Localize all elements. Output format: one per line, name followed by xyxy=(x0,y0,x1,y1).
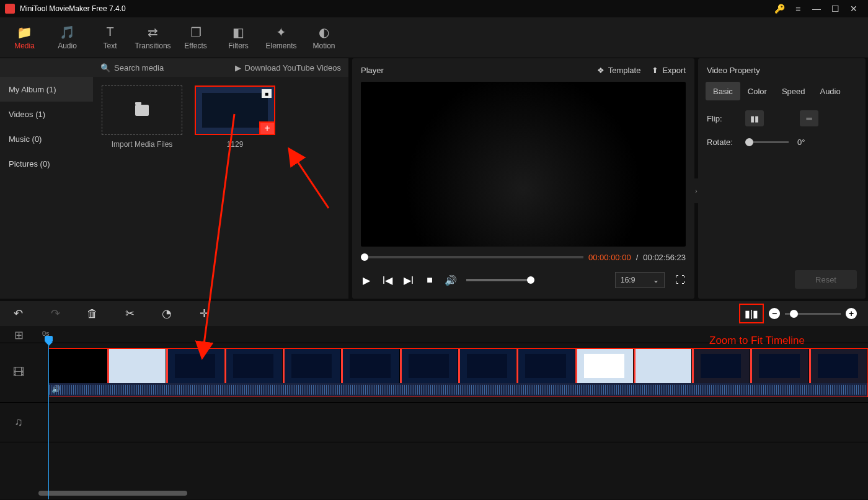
tab-transitions[interactable]: ⇄Transitions xyxy=(132,25,174,50)
import-media-button[interactable] xyxy=(102,86,182,135)
media-clip-thumbnail[interactable]: ■ + xyxy=(195,86,275,135)
maximize-button[interactable]: ☐ xyxy=(826,0,844,17)
sidebar-item-pictures[interactable]: Pictures (0) xyxy=(0,151,93,176)
speed-button[interactable]: ◔ xyxy=(160,307,174,320)
video-track[interactable]: 🎞 🔊 xyxy=(0,343,868,403)
tab-label: Motion xyxy=(312,42,335,50)
app-logo xyxy=(5,4,15,14)
zoom-slider[interactable] xyxy=(785,313,841,315)
add-track-icon[interactable]: ⊞ xyxy=(0,328,37,342)
zoom-out-button[interactable]: − xyxy=(769,308,780,319)
search-icon: 🔍 xyxy=(100,63,110,72)
youtube-icon: ▶ xyxy=(235,63,241,72)
panel-collapse-handle[interactable]: › xyxy=(694,178,698,203)
tab-label: Transitions xyxy=(135,42,170,50)
timeline-clip[interactable]: 🔊 xyxy=(48,348,868,397)
zoom-in-button[interactable]: + xyxy=(846,308,857,319)
motion-icon: ◐ xyxy=(319,25,329,39)
music-icon: 🎵 xyxy=(60,25,75,39)
timeline-scrollbar[interactable] xyxy=(38,491,843,497)
tab-label: Filters xyxy=(228,42,249,50)
audio-track-icon: ♫ xyxy=(0,416,37,429)
search-placeholder: Search media xyxy=(114,63,164,72)
tab-filters[interactable]: ◧Filters xyxy=(218,25,259,50)
sidebar-item-videos[interactable]: Videos (1) xyxy=(0,102,93,126)
tab-label: Effects xyxy=(184,42,206,50)
rotate-value: 0° xyxy=(797,138,805,147)
export-icon: ⬆ xyxy=(652,66,658,75)
player-panel: Player ❖Template ⬆Export 00:00:00:00 / 0… xyxy=(352,58,694,299)
clip-audio-waveform: 🔊 xyxy=(49,383,867,397)
tab-effects[interactable]: ❐Effects xyxy=(175,25,216,50)
stop-button[interactable]: ■ xyxy=(424,274,435,286)
tab-motion[interactable]: ◐Motion xyxy=(303,25,345,50)
delete-button[interactable]: 🗑 xyxy=(86,307,99,320)
annotation-label: Zoom to Fit Timeline xyxy=(709,335,805,347)
app-title: MiniTool MovieMaker Free 7.4.0 xyxy=(20,4,770,13)
time-separator: / xyxy=(636,253,639,262)
add-to-timeline-button[interactable]: + xyxy=(259,121,275,135)
text-icon: T xyxy=(106,25,113,39)
player-title: Player xyxy=(361,66,384,75)
timeline: ⊞ 0s 🎞 🔊 xyxy=(0,326,868,499)
sidebar-item-album[interactable]: My Album (1) xyxy=(0,77,93,102)
video-track-icon: 🎞 xyxy=(0,366,37,379)
rotate-label: Rotate: xyxy=(707,138,737,147)
flip-vertical-button[interactable]: ═ xyxy=(800,110,818,126)
prop-tab-color[interactable]: Color xyxy=(740,82,774,100)
volume-icon[interactable]: 🔊 xyxy=(445,274,456,286)
key-icon[interactable]: 🔑 xyxy=(770,0,789,17)
tab-elements[interactable]: ✦Elements xyxy=(260,25,302,50)
tab-audio[interactable]: 🎵Audio xyxy=(46,25,88,50)
next-frame-button[interactable]: ▶I xyxy=(403,274,414,286)
elements-icon: ✦ xyxy=(276,25,286,39)
tab-media[interactable]: 📁Media xyxy=(4,25,45,50)
media-sidebar: My Album (1) Videos (1) Music (0) Pictur… xyxy=(0,77,93,299)
prev-frame-button[interactable]: I◀ xyxy=(382,274,393,286)
sidebar-item-music[interactable]: Music (0) xyxy=(0,126,93,151)
prop-tab-basic[interactable]: Basic xyxy=(706,82,740,100)
rotate-slider[interactable] xyxy=(745,141,789,143)
download-youtube-button[interactable]: ▶Download YouTube Videos xyxy=(235,63,341,72)
effects-icon: ❐ xyxy=(190,25,202,39)
progress-bar[interactable] xyxy=(361,256,583,258)
flip-horizontal-button[interactable]: ▮▮ xyxy=(745,110,764,126)
aspect-value: 16:9 xyxy=(621,276,635,284)
template-button[interactable]: ❖Template xyxy=(597,66,641,75)
media-toolbar: 🔍Search media ▶Download YouTube Videos xyxy=(0,58,348,77)
tab-text[interactable]: TText xyxy=(89,25,131,50)
aspect-ratio-select[interactable]: 16:9⌄ xyxy=(615,272,665,288)
playhead[interactable] xyxy=(48,338,49,499)
split-button[interactable]: ✂ xyxy=(123,307,136,320)
fullscreen-button[interactable]: ⛶ xyxy=(675,274,686,286)
close-button[interactable]: ✕ xyxy=(844,0,863,17)
current-time: 00:00:00:00 xyxy=(588,253,631,262)
chevron-down-icon: ⌄ xyxy=(653,276,659,284)
tab-label: Elements xyxy=(265,42,296,50)
redo-button[interactable]: ↷ xyxy=(48,307,62,320)
minimize-button[interactable]: — xyxy=(807,0,826,17)
import-label: Import Media Files xyxy=(112,140,173,149)
prop-tab-audio[interactable]: Audio xyxy=(812,82,848,100)
crop-button[interactable]: ✛ xyxy=(197,307,211,320)
zoom-fit-button[interactable]: ▮|▮ xyxy=(739,304,764,323)
play-button[interactable]: ▶ xyxy=(361,274,372,286)
tab-label: Media xyxy=(14,42,35,50)
volume-slider[interactable] xyxy=(466,279,534,281)
folder-icon xyxy=(135,105,149,116)
title-bar: MiniTool MovieMaker Free 7.4.0 🔑 ≡ — ☐ ✕ xyxy=(0,0,868,17)
audio-track[interactable]: ♫ xyxy=(0,403,868,442)
media-panel: 🔍Search media ▶Download YouTube Videos M… xyxy=(0,58,348,299)
undo-button[interactable]: ↶ xyxy=(11,307,25,320)
prop-tab-speed[interactable]: Speed xyxy=(774,82,813,100)
preview-area[interactable] xyxy=(361,82,686,247)
property-title: Video Property xyxy=(698,58,866,82)
search-input[interactable]: 🔍Search media xyxy=(100,63,229,72)
menu-icon[interactable]: ≡ xyxy=(789,0,807,17)
download-label: Download YouTube Videos xyxy=(245,63,341,72)
media-grid: Import Media Files ■ + 1129 xyxy=(93,77,348,299)
export-button[interactable]: ⬆Export xyxy=(652,66,686,75)
main-tabs: 📁Media 🎵Audio TText ⇄Transitions ❐Effect… xyxy=(0,17,868,58)
filters-icon: ◧ xyxy=(232,25,244,39)
reset-button[interactable]: Reset xyxy=(795,270,857,289)
